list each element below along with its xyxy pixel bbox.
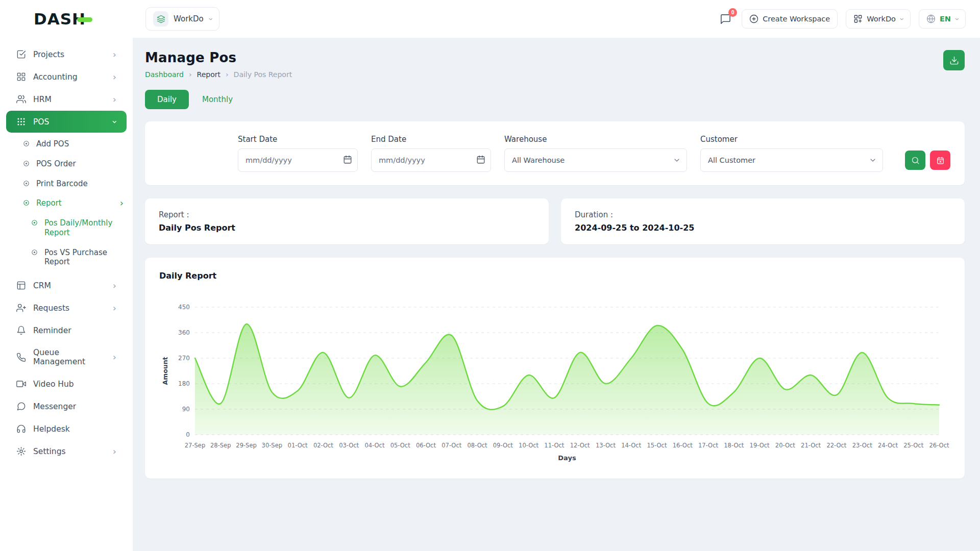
chevron-right-icon: › xyxy=(113,50,116,59)
sidebar-item-label: Video Hub xyxy=(33,380,116,389)
chevron-down-icon: › xyxy=(206,17,214,20)
report-submenu: Pos Daily/Monthly Report Pos VS Purchase… xyxy=(0,213,133,272)
svg-text:180: 180 xyxy=(178,380,190,387)
sidebar-item-label: Settings xyxy=(33,447,106,456)
bell-icon xyxy=(16,325,26,335)
sidebar-item-label: Requests xyxy=(33,304,106,313)
message-icon xyxy=(16,402,26,411)
start-date-field: Start Date xyxy=(238,135,358,172)
brand-logo[interactable]: DASH xyxy=(34,10,92,28)
chevron-right-icon: › xyxy=(113,281,116,290)
chevron-down-icon: › xyxy=(953,17,961,20)
svg-text:22-Oct: 22-Oct xyxy=(826,442,846,449)
svg-text:08-Oct: 08-Oct xyxy=(468,442,487,449)
svg-text:29-Sep: 29-Sep xyxy=(236,442,256,449)
summary-row: Report : Daily Pos Report Duration : 202… xyxy=(145,198,965,244)
sidebar: Projects › Accounting › HRM › POS › Add … xyxy=(0,38,133,551)
svg-text:11-Oct: 11-Oct xyxy=(544,442,564,449)
report-summary-card: Report : Daily Pos Report xyxy=(145,198,549,244)
start-date-input[interactable] xyxy=(238,148,358,172)
reset-filter-button[interactable] xyxy=(930,151,950,170)
sidebar-item-helpdesk[interactable]: Helpdesk xyxy=(6,418,127,440)
svg-text:21-Oct: 21-Oct xyxy=(801,442,821,449)
sidebar-item-projects[interactable]: Projects › xyxy=(6,43,127,65)
svg-text:450: 450 xyxy=(178,304,190,311)
download-button[interactable] xyxy=(943,50,965,70)
language-label: EN xyxy=(940,15,951,23)
sidebar-item-print-barcode[interactable]: Print Barcode xyxy=(0,174,133,194)
svg-text:270: 270 xyxy=(178,355,190,362)
sidebar-item-label: Accounting xyxy=(33,72,106,82)
bullet-icon xyxy=(22,180,30,187)
sidebar-item-messenger[interactable]: Messenger xyxy=(6,395,127,417)
breadcrumb-dashboard-link[interactable]: Dashboard xyxy=(145,70,184,79)
sidebar-item-report[interactable]: Report › xyxy=(0,193,133,213)
sidebar-item-label: Pos Daily/Monthly Report xyxy=(44,218,124,238)
sidebar-item-queue-management[interactable]: Queue Management › xyxy=(6,342,127,372)
chevron-right-icon: › xyxy=(113,95,116,104)
svg-text:02-Oct: 02-Oct xyxy=(313,442,333,449)
sidebar-item-pos-order[interactable]: POS Order xyxy=(0,154,133,174)
sidebar-item-crm[interactable]: CRM › xyxy=(6,274,127,296)
calendar-x-icon xyxy=(936,156,945,165)
sidebar-item-requests[interactable]: Requests › xyxy=(6,297,127,319)
report-value: Daily Pos Report xyxy=(159,223,535,233)
daily-report-chart: 09018027036045027-Sep28-Sep29-Sep30-Sep0… xyxy=(159,298,950,468)
sidebar-item-label: Projects xyxy=(33,50,106,59)
tab-daily[interactable]: Daily xyxy=(145,90,189,109)
search-icon xyxy=(911,156,920,165)
sidebar-item-reminder[interactable]: Reminder xyxy=(6,319,127,341)
sidebar-item-accounting[interactable]: Accounting › xyxy=(6,66,127,88)
svg-text:24-Oct: 24-Oct xyxy=(878,442,898,449)
plus-circle-icon xyxy=(749,14,758,23)
create-workspace-button[interactable]: Create Workspace xyxy=(742,9,838,29)
svg-text:18-Oct: 18-Oct xyxy=(724,442,744,449)
sidebar-item-label: POS Order xyxy=(36,159,124,169)
language-button[interactable]: EN › xyxy=(919,9,966,29)
svg-text:07-Oct: 07-Oct xyxy=(442,442,461,449)
tab-monthly[interactable]: Monthly xyxy=(202,95,233,104)
sidebar-item-pos[interactable]: POS › xyxy=(6,111,127,133)
svg-text:Amount: Amount xyxy=(161,357,169,385)
bullet-icon xyxy=(31,219,38,227)
customer-select[interactable]: All Customer xyxy=(700,148,883,172)
sidebar-item-settings[interactable]: Settings › xyxy=(6,440,127,462)
sidebar-item-hrm[interactable]: HRM › xyxy=(6,88,127,110)
svg-text:27-Sep: 27-Sep xyxy=(185,442,205,449)
sidebar-item-label: Helpdesk xyxy=(33,424,116,434)
warehouse-select[interactable]: All Warehouse xyxy=(504,148,687,172)
sidebar-item-label: Messenger xyxy=(33,402,116,411)
sidebar-item-label: Add POS xyxy=(36,139,124,149)
svg-text:15-Oct: 15-Oct xyxy=(647,442,667,449)
svg-text:360: 360 xyxy=(178,329,190,336)
customer-field: Customer All Customer xyxy=(700,135,883,172)
sidebar-item-add-pos[interactable]: Add POS xyxy=(0,134,133,154)
sidebar-item-video-hub[interactable]: Video Hub xyxy=(6,373,127,395)
chevron-right-icon: › xyxy=(113,72,116,82)
bullet-icon xyxy=(22,160,30,167)
svg-text:23-Oct: 23-Oct xyxy=(852,442,872,449)
svg-text:20-Oct: 20-Oct xyxy=(775,442,795,449)
area-chart-svg: 09018027036045027-Sep28-Sep29-Sep30-Sep0… xyxy=(159,298,950,466)
grid-icon xyxy=(853,14,863,23)
gear-icon xyxy=(16,446,26,456)
messages-button[interactable]: 0 xyxy=(718,11,733,27)
duration-value: 2024-09-25 to 2024-10-25 xyxy=(575,223,951,233)
apply-filter-button[interactable] xyxy=(905,151,925,170)
requests-icon xyxy=(16,303,26,313)
workspace-switcher[interactable]: WorkDo › xyxy=(145,7,219,31)
account-menu-button[interactable]: WorkDo › xyxy=(846,9,911,29)
download-icon xyxy=(949,56,959,65)
svg-text:16-Oct: 16-Oct xyxy=(673,442,693,449)
sidebar-item-pos-daily-monthly-report[interactable]: Pos Daily/Monthly Report xyxy=(0,213,133,243)
customer-label: Customer xyxy=(700,135,883,144)
sidebar-item-label: Reminder xyxy=(33,326,116,335)
bullet-icon xyxy=(31,248,38,256)
end-date-input[interactable] xyxy=(371,148,491,172)
svg-text:13-Oct: 13-Oct xyxy=(596,442,616,449)
sidebar-item-pos-vs-purchase-report[interactable]: Pos VS Purchase Report xyxy=(0,243,133,272)
sidebar-item-label: Pos VS Purchase Report xyxy=(44,248,124,267)
start-date-label: Start Date xyxy=(238,135,358,144)
warehouse-field: Warehouse All Warehouse xyxy=(504,135,687,172)
end-date-field: End Date xyxy=(371,135,491,172)
